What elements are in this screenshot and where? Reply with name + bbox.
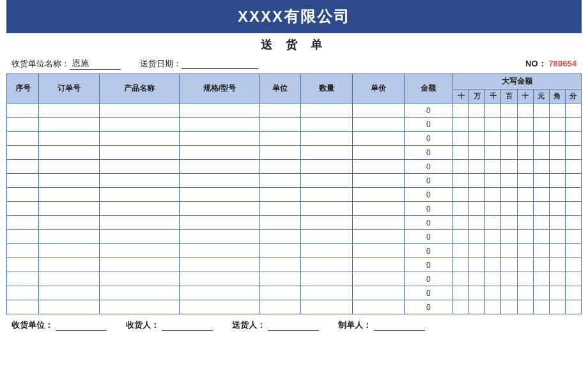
cell-order_no xyxy=(39,244,100,258)
cell-spec xyxy=(180,272,259,286)
table-row: 0 xyxy=(7,300,582,314)
cell-spec xyxy=(180,202,259,216)
no-section: NO： 789654 xyxy=(525,58,576,70)
cell-spec xyxy=(180,216,259,230)
cell-daxie-5 xyxy=(533,132,549,146)
cell-order_no xyxy=(39,258,100,272)
cell-daxie-3 xyxy=(501,174,517,188)
table-row: 0 xyxy=(7,174,582,188)
cell-daxie-5 xyxy=(533,286,549,300)
cell-unit xyxy=(259,146,300,160)
cell-daxie-3 xyxy=(501,244,517,258)
cell-amount: 0 xyxy=(404,174,453,188)
col-daxie-bai: 百 xyxy=(501,89,517,104)
cell-daxie-2 xyxy=(485,188,501,202)
cell-daxie-0 xyxy=(453,216,469,230)
cell-daxie-2 xyxy=(485,300,501,314)
cell-daxie-7 xyxy=(565,160,581,174)
cell-price xyxy=(352,272,404,286)
cell-daxie-2 xyxy=(485,174,501,188)
doc-title: 送 货 单 xyxy=(6,33,582,55)
cell-qty xyxy=(300,188,352,202)
cell-daxie-6 xyxy=(549,188,565,202)
cell-daxie-7 xyxy=(565,118,581,132)
cell-daxie-0 xyxy=(453,188,469,202)
col-daxie-shi2: 十 xyxy=(517,89,533,104)
cell-qty xyxy=(300,300,352,314)
cell-qty xyxy=(300,272,352,286)
cell-daxie-4 xyxy=(517,216,533,230)
cell-daxie-5 xyxy=(533,272,549,286)
cell-daxie-2 xyxy=(485,146,501,160)
cell-price xyxy=(352,174,404,188)
cell-daxie-0 xyxy=(453,286,469,300)
col-header-price: 单价 xyxy=(352,74,404,104)
no-value: 789654 xyxy=(549,59,576,68)
cell-order_no xyxy=(39,132,100,146)
cell-daxie-4 xyxy=(517,188,533,202)
cell-qty xyxy=(300,160,352,174)
col-header-amount: 金额 xyxy=(404,74,453,104)
cell-qty xyxy=(300,132,352,146)
cell-amount: 0 xyxy=(404,272,453,286)
footer-sender-label: 送货人： xyxy=(232,319,265,331)
cell-seq xyxy=(7,244,39,258)
cell-daxie-1 xyxy=(469,216,485,230)
footer-receiver-unit-value xyxy=(56,319,107,331)
table-row: 0 xyxy=(7,286,582,300)
cell-daxie-2 xyxy=(485,104,501,118)
cell-daxie-0 xyxy=(453,230,469,244)
col-daxie-shi: 十 xyxy=(453,89,469,104)
cell-order_no xyxy=(39,118,100,132)
cell-seq xyxy=(7,104,39,118)
cell-daxie-3 xyxy=(501,160,517,174)
cell-product xyxy=(99,230,179,244)
cell-daxie-4 xyxy=(517,300,533,314)
cell-amount: 0 xyxy=(404,300,453,314)
cell-daxie-6 xyxy=(549,244,565,258)
cell-seq xyxy=(7,230,39,244)
cell-daxie-7 xyxy=(565,104,581,118)
cell-daxie-1 xyxy=(469,244,485,258)
cell-daxie-6 xyxy=(549,202,565,216)
cell-unit xyxy=(259,104,300,118)
cell-amount: 0 xyxy=(404,244,453,258)
no-label: NO： xyxy=(525,58,546,70)
cell-unit xyxy=(259,132,300,146)
col-header-order: 订单号 xyxy=(39,74,100,104)
cell-product xyxy=(99,202,179,216)
cell-product xyxy=(99,272,179,286)
cell-daxie-1 xyxy=(469,202,485,216)
cell-unit xyxy=(259,160,300,174)
cell-daxie-4 xyxy=(517,132,533,146)
cell-order_no xyxy=(39,216,100,230)
cell-product xyxy=(99,160,179,174)
cell-product xyxy=(99,286,179,300)
date-label: 送货日期： xyxy=(140,58,182,70)
cell-qty xyxy=(300,104,352,118)
table-body: 000000000000000 xyxy=(7,104,582,314)
cell-daxie-0 xyxy=(453,272,469,286)
cell-unit xyxy=(259,300,300,314)
cell-unit xyxy=(259,272,300,286)
cell-seq xyxy=(7,286,39,300)
cell-price xyxy=(352,160,404,174)
cell-daxie-3 xyxy=(501,146,517,160)
cell-daxie-7 xyxy=(565,132,581,146)
cell-daxie-1 xyxy=(469,286,485,300)
cell-order_no xyxy=(39,202,100,216)
cell-daxie-0 xyxy=(453,202,469,216)
cell-daxie-5 xyxy=(533,160,549,174)
cell-product xyxy=(99,146,179,160)
cell-amount: 0 xyxy=(404,104,453,118)
cell-unit xyxy=(259,174,300,188)
cell-daxie-7 xyxy=(565,202,581,216)
cell-product xyxy=(99,258,179,272)
cell-price xyxy=(352,244,404,258)
cell-order_no xyxy=(39,146,100,160)
cell-unit xyxy=(259,286,300,300)
cell-order_no xyxy=(39,160,100,174)
cell-daxie-4 xyxy=(517,272,533,286)
cell-spec xyxy=(180,258,259,272)
cell-daxie-7 xyxy=(565,230,581,244)
